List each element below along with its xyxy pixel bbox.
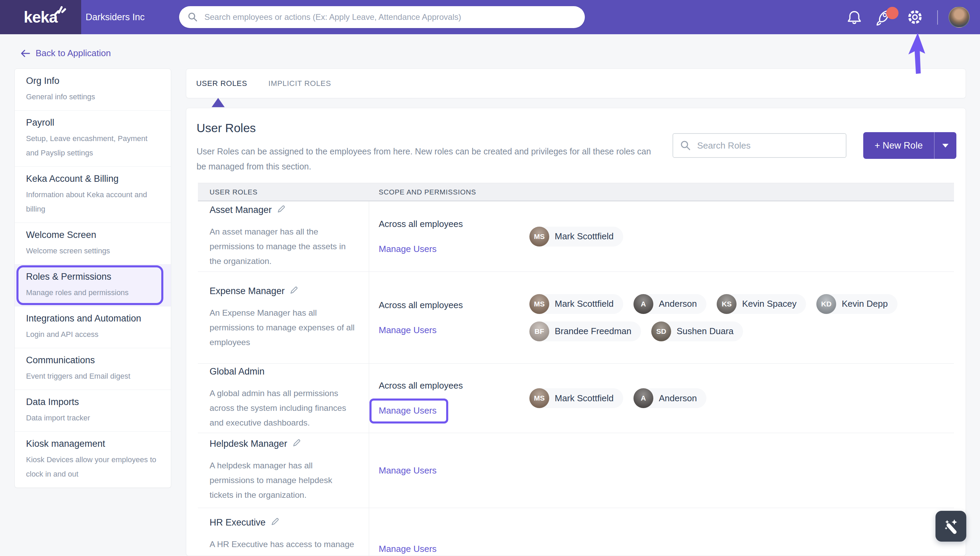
search-roles-input[interactable] (697, 140, 839, 151)
user-chip-name: Brandee Freedman (555, 326, 631, 336)
sidebar-item-roles-permissions[interactable]: Roles & Permissions Manage roles and per… (15, 264, 171, 306)
table-row: HR Executive A HR Executive has access t… (198, 508, 954, 556)
sidebar-item-payroll[interactable]: Payroll Setup, Leave encashment, Payment… (15, 110, 171, 166)
role-cell: Asset Manager An asset manager has all t… (198, 201, 369, 272)
search-roles-box[interactable] (673, 133, 846, 158)
back-to-application-link[interactable]: Back to Application (20, 48, 111, 58)
user-chip-avatar: MS (529, 227, 549, 247)
user-chip-avatar: A (634, 294, 653, 314)
assistant-wand-button[interactable] (935, 511, 966, 541)
page-description: User Roles can be assigned to the employ… (197, 144, 652, 174)
scope-cell: Across all employees Manage Users MS Mar… (369, 364, 954, 433)
user-chip-name: Anderson (659, 393, 697, 404)
top-bar: keka Darksiders Inc (0, 0, 980, 34)
sidebar-item-keka-account-billing[interactable]: Keka Account & Billing Information about… (15, 166, 171, 223)
role-name: Helpdesk Manager (210, 438, 287, 449)
tab-implicit-roles[interactable]: IMPLICIT ROLES (268, 79, 331, 88)
user-roles-table: USER ROLES SCOPE AND PERMISSIONS Asset M… (198, 183, 954, 556)
user-chip[interactable]: BF Brandee Freedman (529, 322, 641, 341)
user-chip[interactable]: KS Kevin Spacey (717, 294, 806, 314)
user-chip-avatar: MS (529, 388, 549, 408)
settings-button[interactable] (905, 0, 925, 34)
search-icon (187, 11, 198, 23)
roles-tab-bar: USER ROLES IMPLICIT ROLES (186, 68, 966, 98)
topbar-divider (937, 10, 938, 25)
assigned-users: MS Mark Scottfield A Anderson (529, 388, 954, 408)
role-description: A HR Executive has access to manage all … (210, 537, 356, 556)
user-chip-name: Kevin Spacey (742, 299, 796, 309)
user-chip[interactable]: SD Sushen Duara (651, 322, 743, 341)
page-title: User Roles (197, 121, 256, 135)
user-chip-avatar: SD (651, 322, 671, 341)
user-chip-name: Mark Scottfield (555, 393, 614, 404)
whats-new-button[interactable] (872, 0, 894, 34)
role-cell: Helpdesk Manager A helpdesk manager has … (198, 433, 369, 508)
sidebar-item-title: Data Imports (26, 397, 160, 407)
new-role-split-button: + New Role (863, 132, 956, 159)
sidebar-item-subtitle: General info settings (26, 90, 160, 104)
role-name: HR Executive (210, 517, 266, 528)
global-search-input[interactable] (204, 12, 581, 22)
sidebar-item-subtitle: Information about Keka account and billi… (26, 187, 160, 217)
user-roles-panel: User Roles User Roles can be assigned to… (186, 108, 966, 556)
sidebar-item-title: Welcome Screen (26, 230, 160, 240)
assigned-users: MS Mark Scottfield A Anderson KS Kevin S… (529, 294, 954, 341)
scope-cell: Manage Users (369, 433, 954, 508)
app-root: keka Darksiders Inc (0, 0, 980, 556)
logo-spark-icon (53, 4, 66, 16)
manage-users-link[interactable]: Manage Users (379, 325, 437, 336)
sidebar-item-subtitle: Event triggers and Email digest (26, 369, 160, 383)
sidebar-item-data-imports[interactable]: Data Imports Data import tracker (15, 390, 171, 432)
role-description: A global admin has all permissions acros… (210, 386, 356, 430)
table-header-row: USER ROLES SCOPE AND PERMISSIONS (198, 183, 954, 201)
manage-users-link[interactable]: Manage Users (379, 406, 437, 416)
sidebar-item-subtitle: Kiosk Devices allow your employees to cl… (26, 453, 160, 482)
edit-pencil-icon[interactable] (277, 204, 286, 213)
manage-users-link[interactable]: Manage Users (379, 544, 437, 554)
sidebar-item-subtitle: Manage roles and permissions (26, 286, 160, 300)
user-avatar[interactable] (949, 6, 970, 28)
settings-sidebar: Org Info General info settings Payroll S… (15, 68, 171, 488)
manage-users-link[interactable]: Manage Users (379, 465, 437, 476)
user-chip[interactable]: A Anderson (634, 294, 707, 314)
notifications-button[interactable] (845, 0, 864, 34)
column-header-scope: SCOPE AND PERMISSIONS (369, 188, 476, 196)
sidebar-item-title: Org Info (26, 76, 160, 86)
global-search[interactable] (179, 6, 585, 28)
sidebar-items: Org Info General info settings Payroll S… (15, 69, 171, 488)
user-chip[interactable]: KD Kevin Depp (816, 294, 897, 314)
sidebar-item-title: Roles & Permissions (26, 272, 160, 282)
scope-cell: Manage Users (369, 508, 954, 556)
user-chip-name: Mark Scottfield (555, 299, 614, 309)
user-chip[interactable]: MS Mark Scottfield (529, 227, 623, 247)
user-chip-avatar: KS (717, 294, 737, 314)
sidebar-item-welcome-screen[interactable]: Welcome Screen Welcome screen settings (15, 223, 171, 264)
sidebar-item-org-info[interactable]: Org Info General info settings (15, 69, 171, 110)
user-chip[interactable]: MS Mark Scottfield (529, 294, 623, 314)
user-chip-name: Sushen Duara (677, 326, 733, 336)
user-chip[interactable]: A Anderson (634, 388, 707, 408)
sidebar-item-kiosk-management[interactable]: Kiosk management Kiosk Devices allow you… (15, 432, 171, 488)
assigned-users: MS Mark Scottfield (529, 227, 954, 247)
sidebar-item-integrations-and-automation[interactable]: Integrations and Automation Login and AP… (15, 306, 171, 348)
edit-pencil-icon[interactable] (289, 286, 299, 295)
manage-users-link[interactable]: Manage Users (379, 244, 437, 254)
user-chip-avatar: KD (816, 294, 836, 314)
company-name: Darksiders Inc (86, 0, 145, 34)
edit-pencil-icon[interactable] (292, 438, 301, 448)
edit-pencil-icon[interactable] (270, 517, 280, 526)
sidebar-item-communications[interactable]: Communications Event triggers and Email … (15, 348, 171, 390)
new-role-button[interactable]: + New Role (863, 132, 934, 159)
sidebar-item-subtitle: Data import tracker (26, 411, 160, 425)
user-chip-avatar: A (634, 388, 653, 408)
user-chip-avatar: MS (529, 294, 549, 314)
new-role-dropdown-button[interactable] (934, 132, 956, 159)
role-cell: Global Admin A global admin has all perm… (198, 364, 369, 433)
keka-logo[interactable]: keka (0, 0, 81, 34)
active-tab-caret (212, 98, 225, 107)
sidebar-item-title: Communications (26, 355, 160, 366)
table-row: Helpdesk Manager A helpdesk manager has … (198, 433, 954, 508)
tab-user-roles[interactable]: USER ROLES (196, 79, 247, 88)
user-chip[interactable]: MS Mark Scottfield (529, 388, 623, 408)
notification-badge (886, 7, 899, 19)
